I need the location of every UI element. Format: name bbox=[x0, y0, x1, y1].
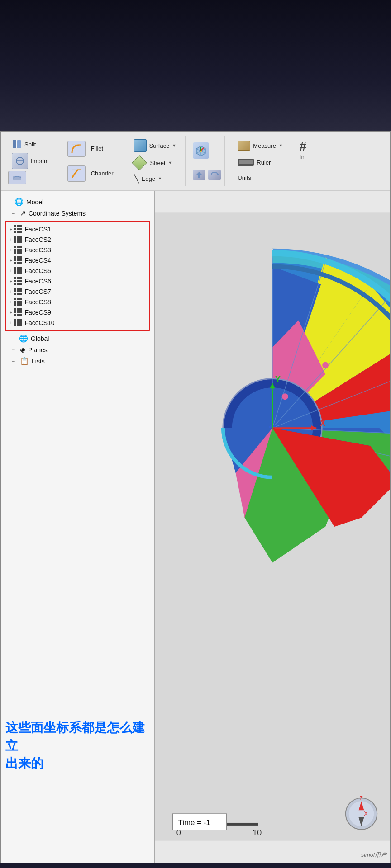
model-svg: Z X Y bbox=[155, 191, 390, 863]
model-icon: 🌐 bbox=[14, 198, 24, 206]
tree-global[interactable]: 🌐 Global bbox=[1, 333, 154, 344]
split-icon bbox=[12, 139, 22, 149]
ruler-label: Ruler bbox=[257, 159, 271, 166]
global-icon: 🌐 bbox=[19, 334, 28, 343]
ruler-button[interactable]: Ruler bbox=[234, 157, 286, 168]
tree-lists[interactable]: − 📋 Lists bbox=[1, 355, 154, 367]
face-cs-4-row[interactable]: + FaceCS4 bbox=[6, 255, 149, 265]
planes-icon: ◈ bbox=[20, 345, 25, 354]
face-cs-4-icon bbox=[14, 256, 22, 264]
tree-model[interactable]: + 🌐 Model bbox=[1, 196, 154, 208]
measure-ruler-units-group: Measure ▼ Ruler Units bbox=[229, 136, 292, 186]
face-cs-9-label: FaceCS9 bbox=[24, 309, 51, 316]
face-cs-6-icon bbox=[14, 277, 22, 285]
measure-button[interactable]: Measure ▼ bbox=[234, 139, 286, 152]
global-label: Global bbox=[31, 335, 49, 342]
measure-label: Measure bbox=[253, 142, 276, 149]
face-cs-4-expander: + bbox=[10, 258, 12, 263]
surface-sheet-edge-group: Surface ▼ Sheet ▼ ╲ Edge ▼ bbox=[125, 136, 186, 186]
model-expander: + bbox=[6, 199, 13, 205]
surface-dropdown-icon: ▼ bbox=[172, 143, 176, 148]
face-cs-6-row[interactable]: + FaceCS6 bbox=[6, 276, 149, 286]
imprint-icon bbox=[12, 153, 28, 169]
tree-planes[interactable]: − ◈ Planes bbox=[1, 344, 154, 355]
chamfer-button[interactable]: Chamfer bbox=[89, 169, 115, 178]
svg-text:Z: Z bbox=[360, 795, 363, 802]
face-cs-8-icon bbox=[14, 298, 22, 306]
small-nav-icons bbox=[193, 170, 221, 180]
split-button[interactable]: Split bbox=[8, 137, 52, 151]
face-cs-2-row[interactable]: + FaceCS2 bbox=[6, 234, 149, 245]
fillet-chamfer-group: Fillet Chamfer bbox=[62, 136, 121, 186]
face-cs-9-row[interactable]: + FaceCS9 bbox=[6, 307, 149, 317]
face-cs-5-label: FaceCS5 bbox=[24, 267, 51, 274]
fillet-button[interactable]: Fillet bbox=[89, 144, 105, 153]
face-cs-10-row[interactable]: + FaceCS10 bbox=[6, 317, 149, 328]
face-cs-5-row[interactable]: + FaceCS5 bbox=[6, 265, 149, 276]
face-cs-8-expander: + bbox=[10, 299, 12, 305]
imprint-label: Imprint bbox=[31, 158, 49, 165]
face-cs-7-label: FaceCS7 bbox=[24, 288, 51, 295]
face-cs-10-icon bbox=[14, 319, 22, 326]
face-cs-7-row[interactable]: + FaceCS7 bbox=[6, 286, 149, 297]
imprint-button[interactable]: Imprint bbox=[8, 151, 52, 171]
fillet-icon bbox=[67, 141, 86, 157]
face-cs-9-icon bbox=[14, 308, 22, 316]
face-cs-10-label: FaceCS10 bbox=[24, 319, 54, 326]
svg-text:X: X bbox=[364, 811, 367, 817]
face-cs-1-row[interactable]: + FaceCS1 bbox=[6, 224, 149, 234]
measure-icon bbox=[238, 141, 250, 151]
svg-text:Y: Y bbox=[275, 375, 281, 384]
face-cs-3-icon bbox=[14, 246, 22, 254]
units-button[interactable]: Units bbox=[234, 173, 286, 183]
main-content: + 🌐 Model − ↗ Coordinate Systems + bbox=[1, 191, 390, 863]
surface-button[interactable]: Surface ▼ bbox=[130, 137, 180, 154]
annotation-line2: 出来的 bbox=[5, 755, 154, 772]
face-cs-3-row[interactable]: + FaceCS3 bbox=[6, 245, 149, 255]
sheet-dropdown-icon: ▼ bbox=[168, 160, 172, 165]
svg-text:Time = -1: Time = -1 bbox=[178, 818, 210, 827]
model-label: Model bbox=[26, 198, 43, 206]
hash-icon: # bbox=[300, 139, 307, 154]
coord-systems-icon: ↗ bbox=[20, 209, 26, 217]
svg-point-35 bbox=[322, 362, 329, 368]
planes-expander: − bbox=[12, 347, 18, 353]
lists-expander: − bbox=[12, 358, 18, 364]
face-cs-8-row[interactable]: + FaceCS8 bbox=[6, 297, 149, 307]
face-cs-7-expander: + bbox=[10, 289, 12, 294]
watermark: simol用户 bbox=[361, 851, 386, 859]
measure-dropdown-icon: ▼ bbox=[279, 143, 283, 148]
rotate-icon bbox=[208, 170, 221, 180]
annotation-line1: 这些面坐标系都是怎么建立 bbox=[5, 719, 154, 754]
svg-marker-13 bbox=[196, 172, 202, 178]
chamfer-icon bbox=[67, 165, 86, 182]
split-label: Split bbox=[24, 141, 36, 148]
edge-button[interactable]: ╲ Edge ▼ bbox=[130, 172, 180, 185]
top-dark-area bbox=[0, 0, 391, 136]
lists-label: Lists bbox=[32, 358, 45, 365]
chinese-annotation: 这些面坐标系都是怎么建立 出来的 bbox=[5, 719, 154, 772]
toolbar: Split Imprint bbox=[1, 132, 390, 191]
face-cs-5-expander: + bbox=[10, 268, 12, 274]
sheet-button[interactable]: Sheet ▼ bbox=[130, 156, 180, 170]
svg-text:X: X bbox=[320, 419, 325, 428]
face-cs-8-label: FaceCS8 bbox=[24, 298, 51, 306]
watermark-text: simol用户 bbox=[361, 851, 386, 858]
viewport[interactable]: Z X Y bbox=[155, 191, 390, 863]
fillet-row: Fillet bbox=[67, 141, 115, 157]
tree-coord-systems[interactable]: − ↗ Coordinate Systems bbox=[1, 208, 154, 219]
fillet-label: Fillet bbox=[91, 145, 103, 152]
nav-icons-group bbox=[189, 136, 225, 186]
ruler-icon bbox=[238, 159, 254, 166]
face-cs-6-label: FaceCS6 bbox=[24, 278, 51, 285]
svg-point-36 bbox=[282, 393, 288, 400]
units-label: Units bbox=[238, 175, 251, 181]
coord-systems-expander: − bbox=[12, 210, 18, 217]
coord-systems-label: Coordinate Systems bbox=[29, 210, 86, 217]
face-cs-2-label: FaceCS2 bbox=[24, 236, 51, 243]
face-cs-1-label: FaceCS1 bbox=[24, 226, 51, 233]
sheet-label: Sheet bbox=[150, 160, 166, 166]
planes-label: Planes bbox=[28, 346, 48, 354]
edge-dropdown-icon: ▼ bbox=[158, 176, 162, 181]
split-imprint-group: Split Imprint bbox=[6, 136, 58, 186]
